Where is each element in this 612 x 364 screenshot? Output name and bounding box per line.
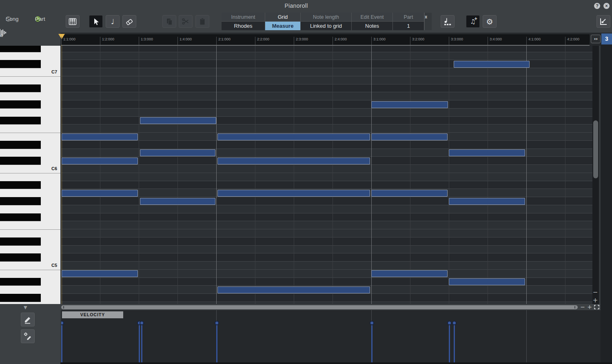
panel-value-instrument[interactable]: Rhodes — [222, 22, 265, 30]
velocity-draw-button[interactable] — [21, 313, 35, 326]
black-key-C#7[interactable] — [0, 60, 41, 68]
midi-note-B4-3:1[interactable] — [371, 270, 448, 277]
velocity-point-handle[interactable] — [140, 321, 144, 325]
spinner-down-icon[interactable]: ▼ — [425, 13, 427, 21]
piano-keyboard[interactable]: C7C6C5 — [0, 46, 60, 304]
draw-note-tool-button[interactable]: ♩ — [106, 15, 120, 28]
quantize-button[interactable] — [441, 15, 455, 28]
vertical-zoom-in-button[interactable]: + — [591, 297, 599, 304]
help-icon[interactable]: ? — [594, 3, 600, 9]
midi-note-D6-3:3[interactable] — [449, 149, 525, 156]
midi-note-F#6-1:3[interactable] — [140, 117, 216, 124]
panel-value-edit-event[interactable]: Notes — [352, 22, 392, 30]
black-key-G#5[interactable] — [0, 197, 41, 205]
midi-note-B4-1:1[interactable] — [62, 270, 138, 277]
vertical-zoom-out-button[interactable]: − — [591, 289, 599, 296]
horizontal-scrollbar-thumb[interactable] — [61, 305, 578, 309]
panel-value-note-length[interactable]: Linked to grid — [301, 22, 351, 30]
black-key-F#5[interactable] — [0, 213, 41, 222]
grid-row-G#4 — [61, 294, 592, 302]
velocity-lane[interactable]: VELOCITY — [61, 310, 601, 362]
velocity-stem[interactable] — [141, 323, 142, 362]
close-icon[interactable]: × — [603, 3, 610, 9]
black-key-D#6[interactable] — [0, 141, 41, 149]
black-key-G#6[interactable] — [0, 100, 41, 109]
midi-note-E6-2:1[interactable] — [217, 133, 370, 140]
velocity-stem[interactable] — [139, 323, 140, 362]
panel-value-grid[interactable]: Measure — [265, 22, 300, 30]
paste-button[interactable] — [195, 15, 209, 28]
fit-width-button[interactable]: ↔ — [591, 35, 601, 43]
vertical-scrollbar[interactable] — [592, 46, 599, 304]
midi-note-A#4-3:3[interactable] — [449, 278, 525, 285]
midi-note-A5-3:1[interactable] — [371, 190, 448, 197]
velocity-stem[interactable] — [216, 323, 217, 362]
velocity-point-handle[interactable] — [452, 321, 457, 325]
black-key-G#4[interactable] — [0, 294, 41, 302]
scroll-grip-left[interactable] — [63, 306, 64, 309]
ruler-label: 2:4:000 — [335, 37, 347, 41]
show-controller-lane-button[interactable] — [596, 15, 610, 28]
note-grid[interactable] — [61, 46, 592, 304]
ruler-label: 2:3:000 — [296, 37, 308, 41]
midi-note-E6-3:1[interactable] — [371, 133, 448, 140]
velocity-point-handle[interactable] — [61, 321, 64, 325]
panel-header-grid: Grid — [265, 13, 300, 21]
midi-note-C#7-3:3[interactable] — [454, 61, 530, 68]
midi-note-A5-2:1[interactable] — [217, 190, 370, 197]
velocity-point-handle[interactable] — [370, 321, 374, 325]
scroll-down-button[interactable]: ▼ — [24, 305, 27, 310]
velocity-stem[interactable] — [454, 323, 455, 362]
black-key-A#4[interactable] — [0, 278, 41, 286]
ruler-tick — [177, 37, 178, 45]
ruler-label: 1:3:000 — [141, 37, 153, 41]
midi-note-G#5-1:3[interactable] — [140, 198, 215, 205]
settings-button[interactable]: ⚙ — [483, 15, 497, 28]
horizontal-zoom-out-button[interactable]: − — [579, 304, 586, 310]
velocity-stem[interactable] — [61, 323, 62, 362]
panel-value-part[interactable]: 1 — [393, 22, 424, 30]
copy-button[interactable] — [162, 15, 176, 28]
midi-note-A5-1:1[interactable] — [62, 190, 138, 197]
horizontal-zoom-in-button[interactable]: + — [586, 304, 593, 310]
velocity-stem[interactable] — [371, 323, 373, 362]
black-key-A#6[interactable] — [0, 84, 41, 93]
grid-row-D#6 — [61, 141, 592, 149]
velocity-options-button[interactable] — [21, 329, 35, 343]
grid-row-F5 — [61, 221, 592, 229]
black-key-D#7[interactable] — [0, 46, 41, 52]
vertical-scrollbar-thumb[interactable] — [593, 120, 598, 178]
midi-note-C#6-1:1[interactable] — [62, 158, 138, 164]
black-key-D#5[interactable] — [0, 237, 41, 246]
eraser-tool-button[interactable] — [122, 15, 136, 28]
midi-note-G#5-3:3[interactable] — [449, 198, 525, 205]
midi-note-A4-2:1[interactable] — [217, 286, 370, 293]
show-keyboard-button[interactable] — [66, 15, 80, 28]
velocity-point-handle[interactable] — [215, 321, 219, 325]
note-icon: ♩ — [111, 18, 114, 26]
velocity-stem[interactable] — [449, 323, 450, 362]
black-key-C#6[interactable] — [0, 157, 41, 165]
midi-note-D6-1:3[interactable] — [140, 149, 215, 156]
ruler-tick — [371, 37, 372, 45]
scroll-grip-right[interactable] — [574, 306, 575, 309]
velocity-point-handle[interactable] — [447, 321, 452, 325]
grid-row-A6 — [61, 92, 592, 100]
midi-note-G#6-3:1[interactable] — [371, 101, 448, 108]
ruler-tick — [488, 37, 488, 45]
black-key-C#5[interactable] — [0, 253, 41, 262]
add-note-mode-button[interactable]: ♫ + — [466, 15, 480, 28]
part-count-badge[interactable]: 3 — [601, 33, 612, 44]
panel-header-edit-event: Edit Event — [352, 13, 392, 21]
midi-note-E6-1:1[interactable] — [62, 133, 138, 140]
quantize-icon — [443, 17, 452, 27]
velocity-label: VELOCITY — [62, 311, 123, 318]
black-key-F#6[interactable] — [0, 117, 41, 125]
midi-note-C#6-2:1[interactable] — [217, 158, 370, 164]
timeline-ruler[interactable]: 1:1:0001:2:0001:3:0001:4:0002:1:0002:2:0… — [61, 34, 590, 46]
fit-all-button[interactable] — [593, 304, 600, 310]
beat-line — [410, 46, 410, 304]
black-key-A#5[interactable] — [0, 181, 41, 189]
select-tool-button[interactable] — [89, 15, 103, 28]
cut-button[interactable] — [179, 15, 193, 28]
